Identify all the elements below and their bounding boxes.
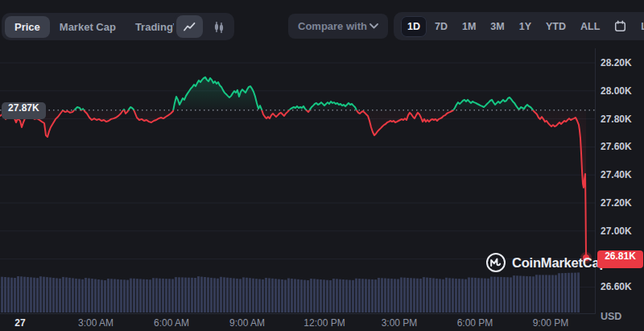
candlestick-chart-button[interactable] (205, 15, 232, 38)
candlestick-icon (213, 21, 225, 33)
range-button-ytd[interactable]: YTD (539, 16, 572, 37)
range-button-all[interactable]: ALL (574, 16, 606, 37)
chevron-down-icon (369, 23, 378, 29)
volume-bars (1, 272, 580, 312)
x-axis-tick: 6:00 AM (143, 317, 200, 329)
x-axis-tick: 12:00 PM (296, 317, 353, 329)
y-axis-tick: 27.40K (601, 168, 632, 181)
range-button-7d[interactable]: 7D (428, 16, 454, 37)
calendar-icon (614, 20, 626, 32)
y-axis-tick: 28.00K (601, 85, 632, 97)
line-chart-button[interactable] (176, 15, 203, 38)
y-axis-tick: 27.60K (601, 140, 632, 153)
range-button-1y[interactable]: 1Y (513, 16, 538, 37)
y-axis-tick: 28.20K (601, 56, 632, 69)
y-axis-tick: 27.20K (601, 197, 632, 209)
compare-with-label: Compare with (298, 20, 367, 32)
x-axis-tick: 3:00 PM (371, 317, 427, 329)
chart-type-toggle (174, 13, 234, 40)
open-price-badge: 27.87K (2, 102, 46, 119)
y-axis-tick: 27.00K (601, 225, 632, 238)
coinmarketcap-watermark: CoinMarketCap (485, 252, 607, 273)
y-axis-tick: 26.60K (601, 280, 632, 293)
currency-unit-label: USD (601, 311, 639, 322)
watermark-label: CoinMarketCap (512, 255, 607, 271)
x-axis-tick: 9:00 PM (522, 317, 579, 329)
view-tab-market-cap[interactable]: Market Cap (50, 16, 126, 38)
x-axis-tick: 3:00 AM (68, 317, 124, 329)
range-button-1d[interactable]: 1D (401, 16, 427, 37)
price-chart-plot[interactable] (0, 48, 596, 314)
range-button-3m[interactable]: 3M (484, 16, 510, 37)
coinmarketcap-price-chart-widget: PriceMarket CapTradingView Compare with … (0, 0, 644, 331)
compare-with-dropdown[interactable]: Compare with (288, 14, 388, 39)
line-chart-icon (184, 22, 196, 32)
coinmarketcap-logo-icon (485, 252, 506, 273)
range-button-1m[interactable]: 1M (456, 16, 482, 37)
x-axis-tick: 9:00 AM (219, 317, 275, 329)
x-axis-tick: 27 (0, 317, 48, 329)
range-selector: 1D7D1M3M1YYTDALLLOG (394, 12, 644, 40)
date-range-calendar-button[interactable] (608, 15, 633, 37)
range-button-log[interactable]: LOG (634, 16, 644, 37)
y-axis-tick: 27.80K (601, 113, 632, 126)
last-price-badge: 26.81K (597, 250, 643, 268)
x-axis-tick: 6:00 PM (447, 317, 503, 329)
view-tab-price[interactable]: Price (5, 16, 50, 38)
